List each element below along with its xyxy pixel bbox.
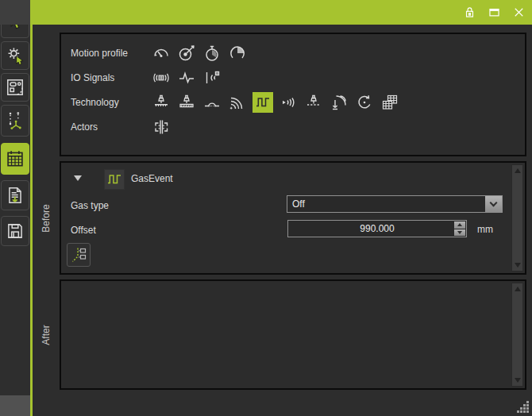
- sidebar: [0, 0, 30, 416]
- sidebar-button-document-export[interactable]: [1, 180, 29, 210]
- toolbox-item-emit-waves[interactable]: [227, 92, 248, 113]
- laser-head-icon: [152, 93, 171, 112]
- toolbox-row-label: Actors: [71, 121, 151, 133]
- pulse-icon: [177, 68, 196, 87]
- before-strip: Before: [33, 161, 60, 275]
- gas-type-select[interactable]: Off: [287, 195, 503, 213]
- path-points-icon: [5, 110, 25, 131]
- event-title: GasEvent: [131, 173, 173, 184]
- save-icon: [5, 221, 25, 241]
- lock-button[interactable]: [461, 4, 478, 21]
- toolbox-rows: Motion profileIO SignalsTechnologyActors: [61, 34, 525, 139]
- toolbox-item-stopwatch[interactable]: [202, 43, 222, 64]
- maximize-icon: [487, 5, 502, 20]
- apply-path-button[interactable]: [67, 243, 91, 267]
- toolbox-item-waves-down[interactable]: [329, 92, 349, 113]
- scroll-down-icon[interactable]: [512, 375, 522, 386]
- scroll-up-icon[interactable]: [512, 165, 522, 176]
- document-export-icon: [5, 185, 25, 206]
- dropdown-button[interactable]: [485, 196, 502, 212]
- toolbox-item-laser-head-plate[interactable]: [176, 92, 197, 113]
- resize-grip[interactable]: [517, 401, 530, 414]
- event-table-icon: [5, 148, 25, 169]
- close-icon: [511, 5, 526, 20]
- toolbox-item-receive-signal[interactable]: [202, 67, 222, 88]
- collapse-triangle-icon[interactable]: [74, 175, 82, 181]
- close-button[interactable]: [510, 4, 527, 21]
- spinner-up-icon[interactable]: [454, 221, 465, 229]
- titlebar-corner: [0, 0, 30, 25]
- toolbox-row-label: Motion profile: [71, 48, 151, 59]
- toolbox-item-tables[interactable]: [380, 92, 400, 113]
- waves-down-icon: [330, 93, 349, 112]
- toolbox-row: Technology: [71, 90, 525, 114]
- sidebar-button-gear-pointer[interactable]: [1, 41, 29, 70]
- gas-type-value: Off: [287, 198, 305, 210]
- toolbox-row: Actors: [71, 114, 525, 139]
- toolbox-item-rotate[interactable]: [354, 92, 375, 113]
- receive-signal-icon: [202, 68, 222, 87]
- toolbox-item-bridge-jump[interactable]: [202, 92, 222, 113]
- toolbox-item-laser-head[interactable]: [151, 92, 172, 113]
- sidebar-button-save[interactable]: [1, 216, 29, 246]
- sound-waves-icon: [279, 93, 298, 112]
- laser-head-plate-icon: [177, 93, 196, 112]
- toolbox-item-gauge[interactable]: [151, 43, 172, 64]
- toolbox-item-target[interactable]: [176, 43, 197, 64]
- toolbox-item-broadcast-signal[interactable]: [151, 67, 172, 88]
- gear-pointer-icon: [5, 45, 25, 66]
- sidebar-button-path-points[interactable]: [1, 105, 29, 137]
- machine-layout-icon: [5, 77, 25, 98]
- event-toolbox-panel: Motion profileIO SignalsTechnologyActors: [60, 33, 526, 156]
- offset-label: Offset: [71, 225, 96, 236]
- target-icon: [177, 44, 196, 63]
- toolbox-item-gas-pulse[interactable]: [253, 92, 273, 113]
- after-scrollbar[interactable]: [511, 283, 523, 387]
- toolbox-row: Motion profile: [71, 40, 525, 65]
- tables-icon: [380, 93, 399, 112]
- after-label: After: [40, 325, 52, 345]
- application-window: Motion profileIO SignalsTechnologyActors…: [0, 0, 532, 416]
- valve-icon: [152, 117, 171, 137]
- sidebar-button-event-table[interactable]: [1, 143, 29, 175]
- window-controls: [461, 0, 527, 25]
- after-events-panel: [60, 279, 526, 390]
- scroll-up-icon[interactable]: [512, 283, 522, 295]
- toolbox-row-label: IO Signals: [71, 72, 151, 83]
- before-events-panel: GasEvent Gas type Off Offset mm: [60, 161, 526, 275]
- after-strip: After: [33, 279, 60, 390]
- gas-pulse-icon: [253, 93, 272, 112]
- toolbox-row: IO Signals: [71, 65, 525, 90]
- rotate-icon: [355, 93, 374, 112]
- offset-field: [287, 220, 467, 237]
- toolbox-item-laser-head-dashed[interactable]: [303, 92, 324, 113]
- offset-input[interactable]: [287, 220, 467, 237]
- stopwatch-icon: [202, 44, 222, 63]
- emit-waves-icon: [228, 93, 247, 112]
- spinner-down-icon[interactable]: [454, 229, 465, 237]
- gauge-icon: [152, 44, 171, 63]
- offset-unit: mm: [477, 224, 493, 235]
- toolbox-item-ratio-gauge[interactable]: [227, 43, 248, 64]
- bridge-jump-icon: [202, 93, 222, 112]
- event-icon: [104, 169, 125, 190]
- lock-icon: [462, 5, 477, 20]
- apply-path-icon: [69, 245, 88, 264]
- titlebar: [29, 0, 532, 25]
- sidebar-button-machine-layout[interactable]: [1, 73, 29, 102]
- toolbox-row-label: Technology: [71, 97, 151, 108]
- before-scrollbar[interactable]: [511, 164, 523, 272]
- toolbox-item-valve[interactable]: [151, 117, 172, 137]
- sidebar-footer: [0, 395, 30, 416]
- offset-spinner: [454, 221, 465, 236]
- before-label: Before: [40, 204, 52, 232]
- laser-head-dashed-icon: [304, 93, 323, 112]
- chevron-down-icon: [490, 198, 498, 206]
- toolbox-item-pulse[interactable]: [176, 67, 197, 88]
- ratio-gauge-icon: [228, 44, 247, 63]
- toolbox-item-sound-waves[interactable]: [278, 92, 299, 113]
- maximize-button[interactable]: [485, 4, 503, 21]
- gas-type-label: Gas type: [71, 200, 109, 211]
- broadcast-signal-icon: [152, 68, 171, 87]
- scroll-down-icon[interactable]: [512, 260, 522, 271]
